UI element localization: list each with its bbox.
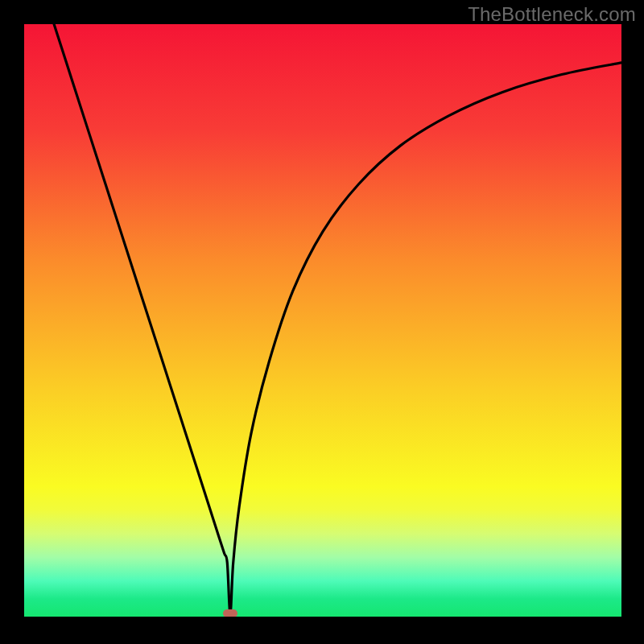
plot-area [24,24,621,617]
chart-container: TheBottleneck.com [0,0,644,644]
gradient-background [24,24,621,617]
watermark-text: TheBottleneck.com [468,3,636,26]
plot-svg [24,24,621,617]
optimal-point-marker [223,609,237,617]
